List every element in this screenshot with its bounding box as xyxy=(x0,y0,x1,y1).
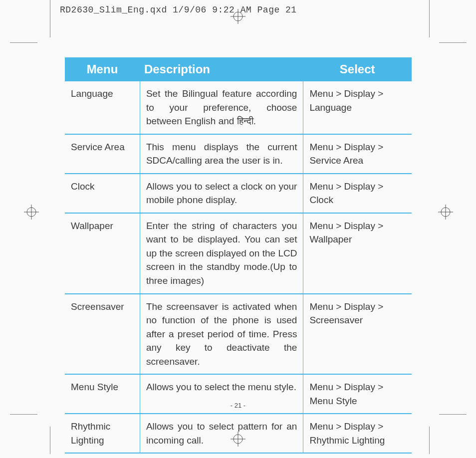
cell-desc: Allows you to select a clock on your mob… xyxy=(140,174,303,213)
cell-select: Menu > Display > Service Area xyxy=(303,134,412,174)
cell-desc: Enter the string of characters you want … xyxy=(140,213,303,294)
cell-select: Menu > Display > Clock xyxy=(303,174,412,213)
crop-mark xyxy=(439,42,467,43)
cell-desc: This menu displays the current SDCA/call… xyxy=(140,134,303,174)
cell-menu: Rhythmic Lighting xyxy=(65,414,140,453)
table-row: Wallpaper Enter the string of characters… xyxy=(65,213,412,294)
crop-mark xyxy=(439,414,467,415)
cell-menu: Screensaver xyxy=(65,294,140,375)
cell-select: Menu > Display > Rhythmic Lighting xyxy=(303,414,412,453)
registration-mark-icon xyxy=(231,9,245,24)
cell-menu: Service Area xyxy=(65,134,140,174)
registration-mark-icon xyxy=(438,205,453,220)
crop-mark xyxy=(50,0,50,37)
cell-select: Menu > Display > Screensaver xyxy=(303,294,412,375)
crop-mark xyxy=(10,414,37,415)
cell-menu: Wallpaper xyxy=(65,213,140,294)
display-menu-table: Menu Description Select Language Set the… xyxy=(65,57,412,454)
col-header-select: Select xyxy=(303,57,412,81)
cell-desc: Set the Bilingual feature according to y… xyxy=(140,81,303,134)
crop-mark xyxy=(50,427,50,454)
cell-select: Menu > Display > Language xyxy=(303,81,412,134)
crop-mark xyxy=(10,42,37,43)
cell-desc: Allows you to select pattern for an inco… xyxy=(140,414,303,453)
cell-desc: The screensaver is activated when no fun… xyxy=(140,294,303,375)
table-row: Service Area This menu displays the curr… xyxy=(65,134,412,174)
table-row: Screensaver The screensaver is activated… xyxy=(65,294,412,375)
cell-select: Menu > Display > Wallpaper xyxy=(303,213,412,294)
col-header-desc: Description xyxy=(140,57,303,81)
col-header-menu: Menu xyxy=(65,57,140,81)
print-header: RD2630_Slim_Eng.qxd 1/9/06 9:22 AM Page … xyxy=(60,5,297,15)
table-row: Rhythmic Lighting Allows you to select p… xyxy=(65,414,412,453)
table-row: Clock Allows you to select a clock on yo… xyxy=(65,174,412,213)
page-number: - 21 - xyxy=(0,402,476,409)
cell-menu: Language xyxy=(65,81,140,134)
crop-mark xyxy=(429,427,430,454)
registration-mark-icon xyxy=(24,205,39,220)
table-row: Language Set the Bilingual feature accor… xyxy=(65,81,412,134)
cell-menu: Clock xyxy=(65,174,140,213)
crop-mark xyxy=(429,0,430,37)
